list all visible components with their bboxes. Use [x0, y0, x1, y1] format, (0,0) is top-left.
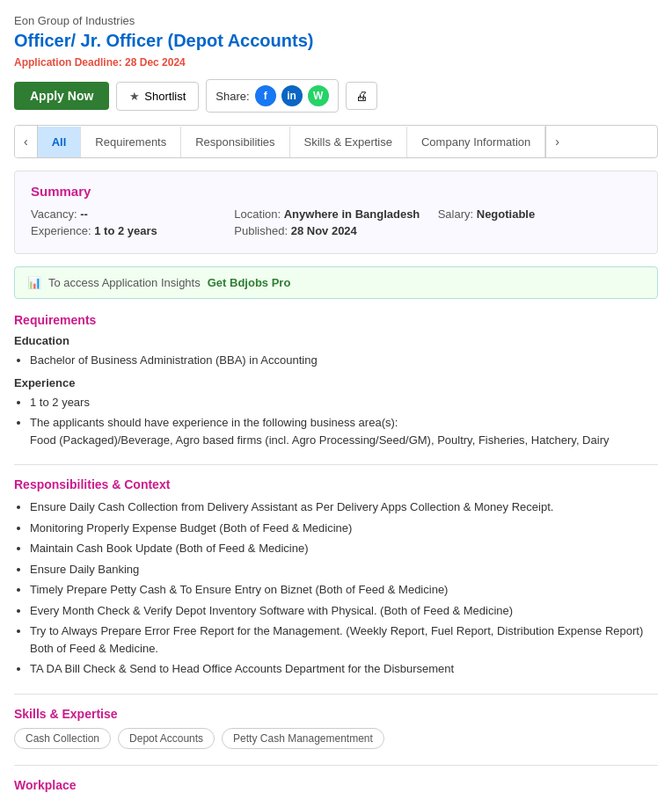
divider-2 [14, 694, 658, 695]
divider [14, 464, 658, 465]
list-item: Try to Always Prepare Error Free Report … [30, 622, 658, 657]
summary-section: Summary Vacancy: -- Experience: 1 to 2 y… [14, 171, 658, 254]
whatsapp-share-button[interactable]: W [308, 85, 329, 106]
location-label: Location: [234, 207, 281, 221]
share-group: Share: f in W [206, 79, 338, 113]
responsibilities-list: Ensure Daily Cash Collection from Delive… [14, 498, 658, 678]
tab-next-button[interactable]: › [545, 126, 568, 157]
responsibilities-title: Responsibilities & Context [14, 477, 658, 491]
star-icon: ★ [129, 90, 140, 103]
list-item: The applicants should have experience in… [30, 414, 658, 448]
get-pro-link[interactable]: Get Bdjobs Pro [208, 276, 291, 289]
insights-bar: 📊 To access Application Insights Get Bdj… [14, 266, 658, 299]
insights-icon: 📊 [27, 276, 41, 289]
list-item: Ensure Daily Banking [30, 561, 658, 578]
published-value: 28 Nov 2024 [291, 224, 357, 237]
skill-chip: Petty Cash Managementment [222, 728, 384, 749]
action-bar: Apply Now ★ Shortlist Share: f in W 🖨 [14, 79, 658, 113]
experience-value: 1 to 2 years [94, 224, 157, 237]
deadline-label: Application Deadline: [14, 56, 122, 69]
application-deadline: Application Deadline: 28 Dec 2024 [14, 56, 658, 69]
experience-list: 1 to 2 years The applicants should have … [14, 394, 658, 449]
skill-chip: Depot Accounts [118, 728, 215, 749]
company-name: Eon Group of Industries [14, 14, 658, 27]
skills-title: Skills & Expertise [14, 707, 658, 721]
education-title: Education [14, 334, 658, 347]
salary-row: Salary: Negotiable [438, 207, 641, 221]
published-row: Published: 28 Nov 2024 [234, 224, 437, 237]
apply-now-button[interactable]: Apply Now [14, 82, 109, 110]
tab-all[interactable]: All [38, 127, 82, 157]
summary-col-1: Vacancy: -- Experience: 1 to 2 years [31, 207, 234, 241]
workplace-section: Workplace Work at office [14, 778, 658, 794]
salary-label: Salary: [438, 207, 473, 221]
tab-responsibilities[interactable]: Responsibilities [181, 127, 289, 157]
experience-label: Experience: [31, 224, 91, 237]
experience-title: Experience [14, 376, 658, 389]
tab-company-info[interactable]: Company Information [407, 127, 545, 157]
vacancy-row: Vacancy: -- [31, 207, 234, 221]
shortlist-label: Shortlist [144, 90, 186, 103]
summary-title: Summary [31, 184, 641, 199]
salary-value: Negotiable [477, 207, 535, 221]
vacancy-value: -- [80, 207, 88, 221]
list-item: Bachelor of Business Administration (BBA… [30, 352, 658, 369]
published-label: Published: [234, 224, 288, 237]
responsibilities-section: Responsibilities & Context Ensure Daily … [14, 477, 658, 678]
list-item: Maintain Cash Book Update (Both of Feed … [30, 540, 658, 557]
vacancy-label: Vacancy: [31, 207, 77, 221]
list-item: Timely Prepare Petty Cash & To Ensure En… [30, 581, 658, 599]
print-button[interactable]: 🖨 [346, 82, 377, 110]
list-item: Every Month Check & Verify Depot Invento… [30, 602, 658, 620]
list-item: TA DA Bill Check & Send to Head Office A… [30, 660, 658, 678]
location-row: Location: Anywhere in Bangladesh [234, 207, 437, 221]
tab-prev-button[interactable]: ‹ [15, 126, 38, 157]
experience-row: Experience: 1 to 2 years [31, 224, 234, 237]
education-list: Bachelor of Business Administration (BBA… [14, 352, 658, 369]
divider-3 [14, 765, 658, 766]
tab-skills[interactable]: Skills & Expertise [290, 127, 407, 157]
deadline-date: 28 Dec 2024 [125, 56, 186, 69]
requirements-section: Requirements Education Bachelor of Busin… [14, 313, 658, 448]
list-item: Monitoring Properly Expense Budget (Both… [30, 520, 658, 537]
workplace-title: Workplace [14, 778, 658, 792]
skills-section: Skills & Expertise Cash Collection Depot… [14, 707, 658, 749]
summary-col-3: Salary: Negotiable [438, 207, 641, 241]
insights-text: To access Application Insights [48, 276, 201, 289]
shortlist-button[interactable]: ★ Shortlist [116, 82, 199, 111]
tab-bar: ‹ All Requirements Responsibilities Skil… [14, 125, 658, 158]
tab-requirements[interactable]: Requirements [81, 127, 181, 157]
location-value: Anywhere in Bangladesh [284, 207, 420, 221]
requirements-title: Requirements [14, 313, 658, 327]
job-title: Officer/ Jr. Officer (Depot Accounts) [14, 31, 658, 51]
facebook-share-button[interactable]: f [255, 85, 276, 106]
list-item: Ensure Daily Cash Collection from Delive… [30, 498, 658, 516]
skill-chip: Cash Collection [14, 728, 111, 749]
summary-col-2: Location: Anywhere in Bangladesh Publish… [234, 207, 437, 241]
share-label: Share: [215, 90, 249, 103]
linkedin-share-button[interactable]: in [281, 85, 303, 106]
skills-chips: Cash Collection Depot Accounts Petty Cas… [14, 728, 658, 749]
summary-grid: Vacancy: -- Experience: 1 to 2 years Loc… [31, 207, 641, 241]
list-item: 1 to 2 years [30, 394, 658, 411]
